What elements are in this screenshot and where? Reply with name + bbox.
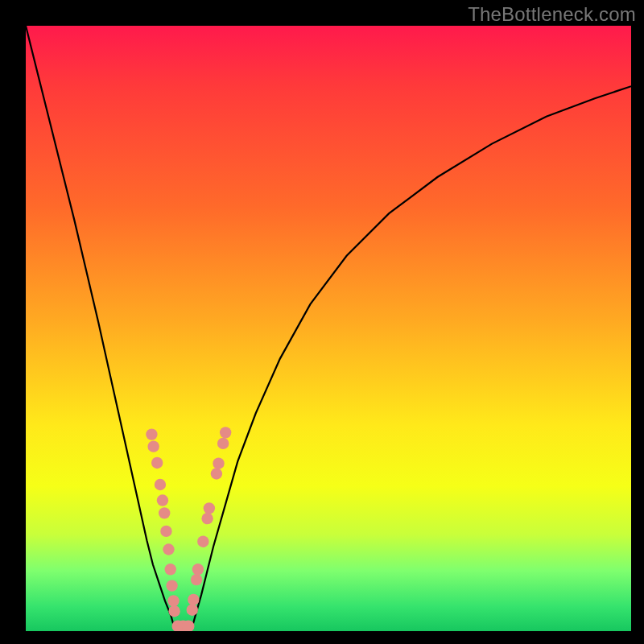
data-marker — [151, 457, 163, 469]
data-marker — [157, 494, 168, 506]
data-marker — [197, 536, 208, 547]
data-marker — [191, 574, 202, 585]
plot-area — [26, 26, 631, 631]
data-marker — [187, 604, 198, 615]
data-marker — [204, 502, 215, 514]
data-marker — [165, 564, 176, 575]
data-marker — [155, 479, 166, 490]
bottleneck-curve — [26, 26, 631, 631]
curve-group — [26, 26, 631, 631]
data-marker — [188, 594, 199, 605]
data-marker — [168, 605, 180, 617]
data-marker — [220, 427, 231, 438]
data-marker — [167, 595, 179, 606]
data-marker — [159, 507, 170, 518]
data-marker — [201, 513, 213, 524]
data-marker — [160, 526, 171, 537]
data-marker — [147, 440, 159, 452]
chart-svg — [26, 26, 631, 631]
watermark-text: TheBottleneck.com — [468, 3, 636, 26]
data-marker — [163, 543, 174, 555]
data-marker — [217, 438, 229, 449]
data-marker — [146, 428, 157, 440]
data-marker — [211, 468, 222, 479]
data-marker — [192, 564, 204, 575]
data-marker — [213, 457, 224, 469]
chart-stage: TheBottleneck.com — [0, 0, 644, 644]
data-marker — [166, 580, 177, 591]
